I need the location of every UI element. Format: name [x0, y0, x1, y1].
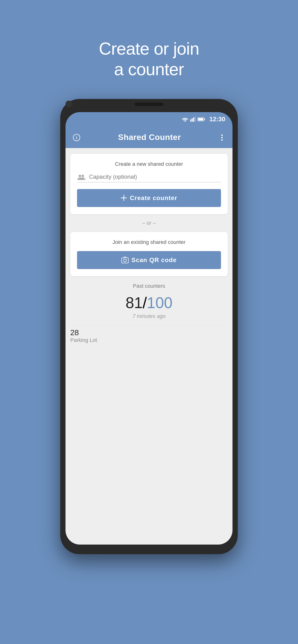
wifi-icon — [182, 117, 188, 122]
svg-rect-3 — [193, 118, 194, 122]
more-vert-icon[interactable] — [219, 133, 225, 141]
past-counters-section: Past counters 81/100 7 minutes ago 28 Pa… — [70, 283, 228, 346]
plus-icon — [121, 195, 127, 201]
past-counters-title: Past counters — [70, 283, 228, 289]
app-bar-title: Shared Counter — [118, 132, 181, 142]
svg-point-12 — [221, 137, 223, 138]
svg-point-0 — [184, 121, 186, 122]
svg-rect-2 — [192, 118, 193, 122]
status-icons: 12:30 — [182, 116, 226, 123]
create-counter-card: Create a new shared counter Cr — [70, 154, 228, 214]
past-item-name: Parking Lot — [70, 337, 228, 343]
svg-rect-7 — [198, 118, 203, 120]
svg-rect-18 — [122, 258, 128, 263]
svg-point-10 — [76, 136, 77, 136]
featured-counter: 81/100 — [70, 294, 228, 312]
create-counter-label: Create a new shared counter — [77, 161, 221, 167]
info-icon[interactable] — [73, 133, 80, 141]
featured-count: 81 — [125, 294, 142, 312]
svg-rect-4 — [195, 117, 196, 122]
featured-time: 7 minutes ago — [70, 313, 228, 319]
capacity-input[interactable] — [89, 174, 221, 180]
people-icon — [77, 173, 86, 181]
featured-capacity: 100 — [147, 294, 173, 312]
screen-content: Create a new shared counter Cr — [66, 148, 232, 544]
phone-mockup: 12:30 Shared Counter Create a new shared… — [60, 99, 238, 554]
status-time: 12:30 — [209, 116, 226, 123]
capacity-input-row — [77, 173, 221, 182]
join-counter-card: Join an existing shared counter Scan QR … — [70, 232, 228, 276]
create-counter-button[interactable]: Create counter — [77, 189, 221, 207]
divider-or: – or – — [70, 220, 228, 226]
signal-icon — [190, 117, 196, 122]
svg-point-11 — [221, 134, 223, 136]
scan-qr-button[interactable]: Scan QR code — [77, 251, 221, 269]
app-bar: Shared Counter — [66, 126, 232, 148]
past-counter-item[interactable]: 28 Parking Lot — [70, 325, 228, 346]
past-item-count: 28 — [70, 328, 228, 337]
svg-rect-1 — [190, 119, 191, 122]
svg-point-19 — [123, 259, 126, 262]
hero-title: Create or join a counter — [99, 38, 199, 80]
svg-point-14 — [79, 175, 81, 177]
svg-rect-6 — [204, 118, 205, 120]
camera-icon — [121, 256, 129, 263]
battery-icon — [198, 117, 206, 122]
join-counter-label: Join an existing shared counter — [77, 239, 221, 245]
camera-dot — [66, 100, 72, 107]
speaker-grille — [135, 102, 163, 106]
svg-point-15 — [82, 175, 84, 177]
status-bar: 12:30 — [66, 112, 232, 126]
svg-point-13 — [221, 139, 223, 141]
